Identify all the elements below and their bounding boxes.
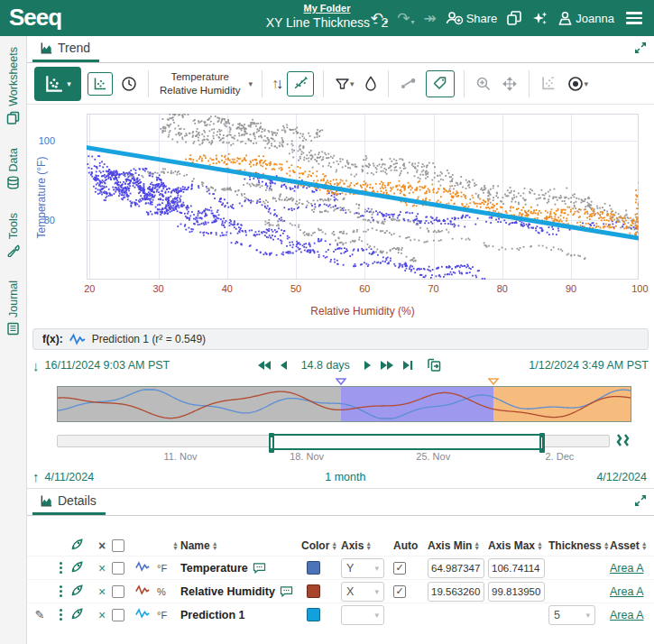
row-checkbox[interactable] (112, 562, 124, 575)
auto-checkbox[interactable]: ✓ (393, 562, 406, 575)
col-axis-min[interactable]: Axis Min (428, 539, 472, 552)
sidebar-item-tools[interactable]: Tools (6, 213, 20, 257)
sidebar-item-journal[interactable]: Journal (6, 281, 20, 336)
signal-selector-chevron[interactable]: ▾ (248, 79, 253, 88)
capsule-time-button[interactable]: ▾ (565, 73, 591, 95)
remove-item-icon[interactable]: × (92, 561, 112, 575)
sidebar-item-worksheets[interactable]: Worksheets (6, 47, 20, 124)
minichart-canvas[interactable] (58, 387, 631, 421)
row-checkbox[interactable] (112, 609, 124, 621)
col-thickness[interactable]: Thickness (548, 539, 602, 552)
step-back-fast-button[interactable] (257, 360, 272, 371)
display-range-duration[interactable]: 14.8 days (301, 359, 350, 372)
sort-icon[interactable]: ▲▼ (603, 542, 610, 550)
axis-max-input[interactable] (488, 582, 545, 602)
slider-handle-left[interactable] (269, 433, 274, 453)
slider-handle-right[interactable] (539, 433, 545, 453)
details-expand-button[interactable] (634, 494, 647, 510)
axis-select[interactable]: ▾ (341, 605, 384, 625)
item-name[interactable]: Prediction 1 (180, 609, 245, 621)
minimap-toggle-button[interactable] (539, 74, 558, 93)
rocket-icon[interactable] (70, 560, 92, 576)
step-back-button[interactable] (280, 360, 288, 371)
tab-details[interactable]: Details (32, 490, 106, 515)
col-axis[interactable]: Axis (341, 539, 364, 552)
swap-axes-button[interactable]: ↑↓ (272, 76, 281, 92)
remove-item-icon[interactable]: × (92, 584, 112, 599)
density-plot-button[interactable] (119, 74, 139, 94)
duplicate-worksheet-button[interactable] (506, 10, 522, 26)
hamburger-menu[interactable] (623, 9, 645, 27)
range-start-arrow-icon[interactable]: ↓ (32, 358, 40, 373)
remove-item-icon[interactable]: × (92, 608, 112, 622)
step-forward-fast-button[interactable] (380, 360, 394, 371)
rocket-icon[interactable] (70, 607, 92, 623)
capsule-time-chevron[interactable]: ▾ (585, 79, 589, 88)
item-name[interactable]: Relative Humidity (180, 585, 275, 598)
row-menu-kebab[interactable] (51, 609, 70, 621)
investigate-arrow-icon[interactable]: ↑ (32, 469, 40, 484)
axis-max-input[interactable] (488, 558, 545, 578)
col-color[interactable]: Color (301, 539, 329, 552)
zoom-in-button[interactable] (474, 74, 493, 94)
copy-time-range-button[interactable] (427, 358, 442, 373)
view-mode-button[interactable]: ▾ (34, 67, 81, 101)
color-swatch[interactable] (307, 561, 320, 575)
sort-icon[interactable]: ▲▼ (474, 542, 480, 550)
filter-button[interactable]: ▾ (333, 75, 356, 93)
investigate-end-date[interactable]: 4/12/2024 (596, 471, 647, 483)
display-range-start[interactable]: 16/11/2024 9:03 AM PST (45, 359, 170, 372)
slider-selection[interactable] (271, 434, 543, 450)
comment-icon[interactable] (253, 562, 266, 574)
investigate-start-date[interactable]: 4/11/2024 (45, 471, 95, 483)
xy-plot-canvas[interactable] (87, 114, 639, 280)
axis-select[interactable]: Y▾ (341, 558, 384, 578)
trend-expand-button[interactable] (634, 41, 647, 57)
breadcrumb[interactable]: My Folder (304, 3, 351, 14)
header-remove-all-icon[interactable]: × (92, 538, 112, 553)
user-menu[interactable]: Joanna (557, 11, 614, 26)
filter-chevron[interactable]: ▾ (350, 79, 355, 88)
col-name[interactable]: Name (180, 539, 210, 552)
auto-checkbox[interactable]: ✓ (393, 585, 406, 598)
color-button[interactable] (363, 74, 379, 93)
col-auto[interactable]: Auto (393, 539, 428, 552)
edit-pencil-icon[interactable]: ✎ (29, 608, 51, 621)
step-to-end-button[interactable] (402, 360, 413, 371)
step-forward-button[interactable] (364, 360, 372, 371)
labels-button[interactable] (426, 70, 455, 97)
header-rocket-icon[interactable] (70, 538, 92, 554)
sort-icon[interactable]: ▲▼ (641, 542, 648, 550)
slider-track[interactable] (57, 435, 610, 447)
ai-assistant-button[interactable] (531, 10, 548, 27)
col-axis-max[interactable]: Axis Max (488, 539, 535, 552)
asset-link[interactable]: Area A (610, 562, 644, 575)
header-select-all-checkbox[interactable] (112, 539, 124, 552)
regression-line-button[interactable] (287, 71, 314, 97)
display-range-end[interactable]: 1/12/2024 3:49 AM PST (529, 359, 649, 372)
scatterplot-toggle-button[interactable] (88, 72, 113, 96)
sort-icon[interactable]: ▲▼ (331, 542, 337, 550)
sort-icon[interactable]: ▲▼ (172, 542, 179, 550)
row-menu-kebab[interactable] (51, 585, 70, 597)
thickness-select[interactable]: 5▾ (548, 605, 595, 625)
color-swatch[interactable] (307, 608, 320, 621)
axis-select[interactable]: X▾ (341, 582, 384, 602)
color-swatch[interactable] (307, 584, 320, 598)
connect-points-button[interactable] (398, 76, 419, 92)
asset-link[interactable]: Area A (610, 585, 644, 598)
sort-icon[interactable]: ▲▼ (537, 542, 543, 550)
item-name[interactable]: Temperature (180, 562, 248, 575)
col-asset[interactable]: Asset (610, 539, 640, 552)
rocket-icon[interactable] (70, 584, 92, 600)
sort-icon[interactable]: ▲▼ (212, 542, 218, 550)
minichart[interactable] (57, 386, 631, 422)
sort-icon[interactable]: ▲▼ (365, 542, 372, 550)
pan-button[interactable] (500, 74, 520, 94)
squeeze-range-button[interactable] (615, 433, 631, 452)
sidebar-item-data[interactable]: Data (6, 148, 20, 189)
axis-min-input[interactable] (428, 582, 484, 602)
comment-icon[interactable] (280, 585, 293, 597)
xy-chart[interactable]: Temperature (°F) Relative Humidity (%) 8… (27, 105, 654, 327)
row-menu-kebab[interactable] (51, 562, 70, 574)
